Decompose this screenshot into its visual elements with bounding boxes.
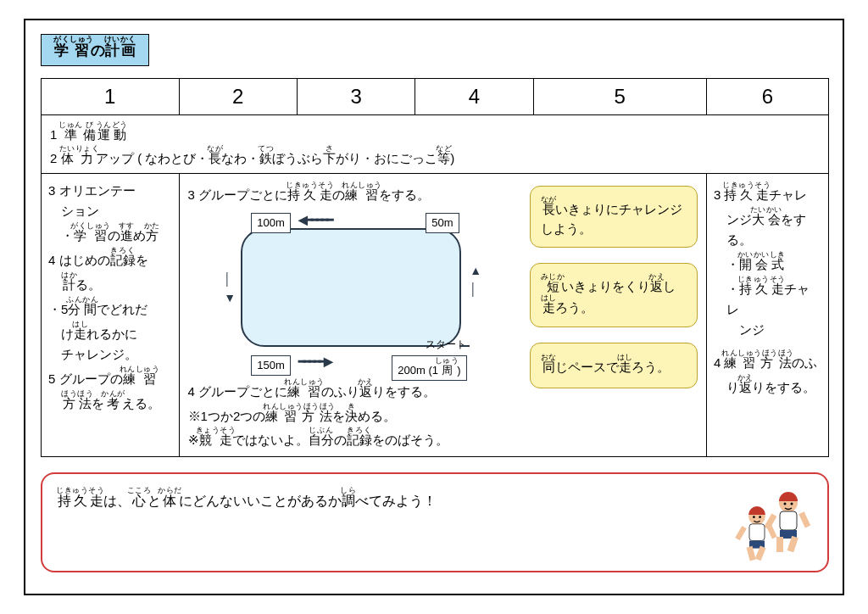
col-1: 1	[42, 79, 180, 114]
middle-content: 3 グループごとに持久走じきゅうそうの練習れんしゅうをする。 100m 50m …	[179, 174, 706, 457]
svg-point-11	[759, 516, 761, 518]
suggestion-tags: 長ながいきょりにチャレンジしよう。 短みじかいきょりをくり返かえし走はしろう。 …	[530, 181, 698, 449]
col6-content: 3 持久走じきゅうそうチャレ ンジ大会たいかいをす る。 ・開会式かいかいしき …	[706, 174, 828, 457]
section-title: 学がく習しゅうの計けい画かく	[41, 34, 149, 66]
tag-pace: 同おなじペースで走はしろう。	[530, 343, 698, 388]
svg-rect-8	[798, 511, 810, 527]
row-warmup: 1 準じゅん備び運うん動どう 2 体たい力りょくアップ ( なわとび・長ながなわ…	[42, 114, 829, 174]
col-3: 3	[297, 79, 415, 114]
header-row: 1 2 3 4 5 6	[42, 79, 829, 114]
col-2: 2	[179, 79, 297, 114]
col1-content: 3 オリエンテー ション ・学習がくしゅうの進すすめ方かた 4 はじめの記録きろ…	[42, 174, 180, 457]
svg-rect-3	[780, 511, 797, 530]
kids-running-icon	[729, 484, 822, 569]
tag-long: 長ながいきょりにチャレンジしよう。	[530, 186, 698, 248]
col-6: 6	[706, 79, 828, 114]
footer-prompt: 持久走じきゅうそうは、心こころと体からだにどんないいことがあるか調しらべてみよう…	[41, 472, 829, 572]
tag-short: 短みじかいきょりをくり返かえし走はしろう。	[530, 263, 698, 327]
svg-point-10	[753, 516, 755, 518]
svg-rect-17	[766, 524, 777, 539]
plan-table: 1 2 3 4 5 6 1 準じゅん備び運うん動どう 2 体たい力りょくアップ …	[41, 78, 829, 457]
page-frame: 学がく習しゅうの計けい画かく 1 2 3 4 5 6 1 準じゅん備び運うん動ど…	[24, 19, 844, 595]
svg-point-1	[784, 503, 787, 505]
svg-rect-5	[776, 537, 783, 552]
col-5: 5	[533, 79, 706, 114]
middle-heading: 3 グループごとに持久走じきゅうそうの練習れんしゅうをする。	[188, 181, 515, 204]
col-4: 4	[415, 79, 533, 114]
svg-rect-12	[749, 524, 765, 541]
track-diagram: 100m 50m 150m 200m (1周しゅう) スタート ◀━━━━━ │…	[190, 211, 512, 372]
svg-rect-16	[735, 526, 747, 540]
svg-point-2	[791, 503, 793, 505]
